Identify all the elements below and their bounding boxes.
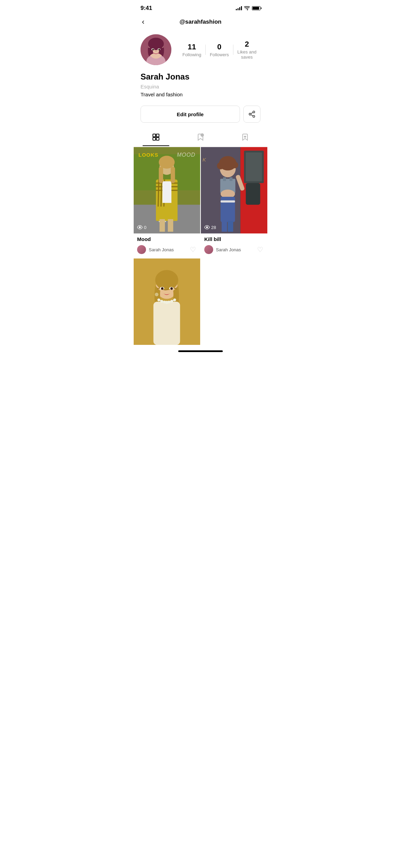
tabs: +: [134, 128, 267, 146]
svg-point-72: [155, 270, 178, 290]
share-icon: [248, 110, 256, 118]
svg-rect-64: [221, 201, 235, 203]
svg-rect-40: [159, 167, 163, 183]
overlay-looks: LOOKS: [138, 152, 158, 158]
author-name-killbill: Sarah Jonas: [216, 247, 241, 252]
svg-rect-15: [153, 134, 156, 137]
profile-name: Sarah Jonas: [141, 72, 260, 82]
svg-point-75: [160, 300, 163, 303]
overlay-mood: MOOD: [177, 152, 195, 158]
svg-rect-41: [171, 167, 175, 183]
stat-likes[interactable]: 2 Likes and saves: [233, 40, 260, 60]
svg-point-39: [159, 156, 174, 169]
heart-bookmark-icon: [241, 133, 249, 141]
svg-rect-46: [246, 153, 262, 181]
post-card-mood[interactable]: LOOKS MOOD 0 Mood Sarah Jonas ♡: [134, 147, 200, 258]
svg-rect-17: [153, 137, 156, 140]
action-buttons: Edit profile: [134, 103, 267, 128]
bottom-indicator: [134, 345, 267, 358]
svg-rect-35: [162, 181, 171, 203]
post-image-killbill: K A: [201, 147, 267, 233]
post-author-killbill: Sarah Jonas ♡: [204, 245, 264, 254]
post-card-killbill[interactable]: K A: [201, 147, 267, 258]
like-button-mood[interactable]: ♡: [189, 245, 197, 254]
svg-rect-18: [156, 137, 159, 140]
post-card-third[interactable]: [134, 258, 200, 345]
post-info-mood: Mood Sarah Jonas ♡: [134, 233, 200, 258]
svg-rect-65: [222, 221, 227, 232]
profile-info: Sarah Jonas Esquina Travel and fashion: [134, 69, 267, 103]
edit-profile-button[interactable]: Edit profile: [141, 106, 240, 123]
posts-grid: LOOKS MOOD 0 Mood Sarah Jonas ♡: [134, 147, 267, 345]
bookmark-icon: +: [196, 133, 205, 141]
wifi-icon: [244, 6, 250, 11]
svg-line-14: [251, 112, 253, 114]
svg-rect-66: [228, 221, 233, 232]
views-badge-killbill: 28: [204, 225, 216, 230]
followers-label: Followers: [206, 52, 233, 57]
stat-followers[interactable]: 0 Followers: [206, 43, 233, 57]
post-info-killbill: Kill bill Sarah Jonas ♡: [201, 233, 267, 258]
svg-rect-36: [156, 206, 178, 221]
svg-point-85: [170, 287, 173, 290]
avatar-container: [141, 34, 171, 65]
view-count-mood: 0: [144, 225, 146, 230]
svg-point-80: [173, 299, 176, 301]
back-button[interactable]: ‹: [141, 16, 146, 28]
post-author-mood: Sarah Jonas ♡: [137, 245, 197, 254]
svg-point-68: [206, 227, 208, 228]
author-info-mood: Sarah Jonas: [137, 245, 174, 254]
avatar: [141, 34, 171, 65]
profile-bio: Travel and fashion: [141, 92, 260, 97]
svg-point-84: [161, 287, 163, 290]
svg-text:+: +: [202, 134, 203, 136]
share-button[interactable]: [243, 106, 260, 123]
svg-rect-73: [154, 302, 180, 345]
eye-icon: [137, 225, 143, 230]
post-image-mood: LOOKS MOOD 0: [134, 147, 200, 233]
profile-section: 11 Following 0 Followers 2 Likes and sav…: [134, 29, 267, 69]
eye-icon-2: [204, 225, 210, 230]
tab-grid[interactable]: [134, 128, 178, 146]
tab-likes[interactable]: [223, 128, 267, 146]
likes-number: 2: [233, 40, 260, 49]
svg-rect-38: [168, 219, 173, 232]
svg-point-79: [170, 300, 173, 303]
svg-rect-37: [159, 219, 165, 232]
author-name-mood: Sarah Jonas: [149, 247, 174, 252]
status-bar: 9:41: [134, 0, 267, 15]
svg-rect-60: [230, 177, 232, 181]
like-button-killbill[interactable]: ♡: [256, 245, 264, 254]
svg-line-29: [158, 180, 159, 208]
status-icons: [236, 6, 260, 11]
author-info-killbill: Sarah Jonas: [204, 245, 241, 254]
battery-icon: [252, 6, 260, 10]
svg-rect-47: [246, 183, 260, 205]
svg-point-81: [155, 293, 159, 297]
likes-label: Likes and saves: [233, 49, 260, 60]
author-avatar-mood: [137, 245, 146, 254]
svg-line-30: [161, 180, 162, 208]
following-label: Following: [178, 52, 205, 57]
views-badge-mood: 0: [137, 225, 146, 230]
followers-number: 0: [206, 43, 233, 51]
post-title-mood: Mood: [137, 236, 197, 242]
svg-rect-16: [156, 134, 159, 137]
svg-point-74: [157, 299, 160, 301]
grid-icon: [152, 133, 160, 141]
post-image-third: [134, 258, 200, 345]
svg-point-78: [168, 301, 170, 303]
status-time: 9:41: [141, 5, 152, 12]
profile-location: Esquina: [141, 84, 260, 89]
svg-point-9: [158, 49, 160, 50]
home-indicator-bar: [178, 350, 223, 352]
post-title-killbill: Kill bill: [204, 236, 264, 242]
svg-text:K: K: [203, 157, 206, 162]
svg-point-8: [152, 49, 154, 50]
stat-following[interactable]: 11 Following: [178, 43, 205, 57]
header: ‹ @sarahfashion: [134, 15, 267, 29]
author-avatar-killbill: [204, 245, 213, 254]
signal-icon: [236, 6, 242, 10]
svg-line-13: [251, 114, 253, 116]
tab-bookmarks[interactable]: +: [178, 128, 223, 146]
